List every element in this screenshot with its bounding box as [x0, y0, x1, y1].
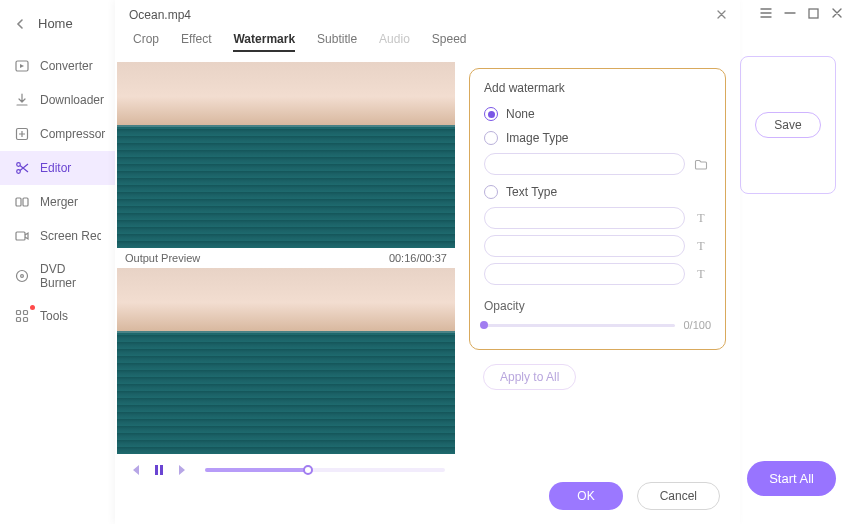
prev-icon[interactable] [127, 462, 143, 478]
sidebar-item-tools[interactable]: Tools [0, 299, 115, 333]
apps-icon [14, 308, 30, 324]
sidebar-item-dvd-burner[interactable]: DVD Burner [0, 253, 115, 299]
text-style-button-2[interactable]: T [691, 236, 711, 256]
original-preview [117, 62, 455, 248]
text-input-3[interactable] [484, 263, 685, 285]
svg-rect-5 [16, 198, 21, 206]
sidebar: Home Converter Downloader Compressor Edi… [0, 0, 115, 524]
scissors-icon [14, 160, 30, 176]
sidebar-item-screen-recorder[interactable]: Screen Recorder [0, 219, 115, 253]
folder-icon [694, 158, 708, 170]
editor-modal: Ocean.mp4 Crop Effect Watermark Subtitle… [115, 0, 740, 524]
home-label: Home [38, 16, 73, 31]
tab-crop[interactable]: Crop [133, 32, 159, 52]
save-box: Save [740, 56, 836, 194]
ok-button[interactable]: OK [549, 482, 622, 510]
tab-subtitle[interactable]: Subtitle [317, 32, 357, 52]
opacity-slider[interactable] [484, 324, 675, 327]
svg-rect-7 [16, 232, 25, 240]
sidebar-item-editor[interactable]: Editor [0, 151, 115, 185]
menu-icon[interactable] [759, 6, 773, 23]
image-path-input[interactable] [484, 153, 685, 175]
timeline-slider[interactable] [205, 468, 445, 472]
text-style-button-1[interactable]: T [691, 208, 711, 228]
radio-label: Text Type [506, 185, 557, 199]
time-display: 00:16/00:37 [389, 252, 447, 264]
svg-point-9 [21, 275, 24, 278]
svg-point-4 [17, 170, 21, 174]
radio-label: None [506, 107, 535, 121]
watermark-panel: Add watermark None Image Type [469, 68, 726, 350]
svg-rect-0 [809, 9, 818, 18]
svg-rect-15 [160, 465, 163, 475]
svg-rect-14 [155, 465, 158, 475]
compress-icon [14, 126, 30, 142]
radio-label: Image Type [506, 131, 568, 145]
watermark-panel-column: Add watermark None Image Type [455, 62, 740, 524]
cancel-button[interactable]: Cancel [637, 482, 720, 510]
transport-controls [117, 454, 455, 482]
tab-speed[interactable]: Speed [432, 32, 467, 52]
sidebar-item-downloader[interactable]: Downloader [0, 83, 115, 117]
editor-tabs: Crop Effect Watermark Subtitle Audio Spe… [115, 26, 740, 62]
radio-image-type[interactable]: Image Type [484, 131, 711, 145]
download-icon [14, 92, 30, 108]
minimize-icon[interactable] [783, 6, 797, 23]
background-window-controls [759, 6, 844, 23]
radio-none[interactable]: None [484, 107, 711, 121]
sidebar-item-label: Tools [40, 309, 68, 323]
panel-title: Add watermark [484, 81, 711, 95]
home-link[interactable]: Home [0, 6, 115, 49]
text-input-1[interactable] [484, 207, 685, 229]
modal-footer: OK Cancel [549, 482, 720, 510]
text-icon: T [697, 239, 704, 254]
opacity-value: 0/100 [683, 319, 711, 331]
sidebar-item-merger[interactable]: Merger [0, 185, 115, 219]
sidebar-item-label: Editor [40, 161, 71, 175]
radio-icon [484, 107, 498, 121]
output-preview [117, 268, 455, 454]
svg-rect-12 [17, 318, 21, 322]
chevron-left-icon [14, 18, 26, 30]
sidebar-item-converter[interactable]: Converter [0, 49, 115, 83]
output-preview-label: Output Preview [125, 252, 200, 264]
svg-rect-10 [17, 311, 21, 315]
pause-icon[interactable] [151, 462, 167, 478]
radio-text-type[interactable]: Text Type [484, 185, 711, 199]
preview-column: Output Preview 00:16/00:37 [117, 62, 455, 524]
browse-button[interactable] [691, 154, 711, 174]
recorder-icon [14, 228, 30, 244]
save-button[interactable]: Save [755, 112, 820, 138]
sidebar-item-label: Compressor [40, 127, 105, 141]
close-icon [715, 8, 728, 21]
opacity-label: Opacity [484, 299, 711, 313]
notification-dot-icon [30, 305, 35, 310]
sidebar-item-label: Downloader [40, 93, 104, 107]
maximize-icon[interactable] [807, 7, 820, 23]
text-input-2[interactable] [484, 235, 685, 257]
svg-point-3 [17, 163, 21, 167]
preview-info-bar: Output Preview 00:16/00:37 [117, 248, 455, 268]
apply-to-all-button[interactable]: Apply to All [483, 364, 576, 390]
svg-rect-13 [24, 318, 28, 322]
svg-point-8 [17, 271, 28, 282]
tab-effect[interactable]: Effect [181, 32, 211, 52]
next-icon[interactable] [175, 462, 191, 478]
svg-rect-6 [23, 198, 28, 206]
close-icon[interactable] [830, 6, 844, 23]
sidebar-item-label: DVD Burner [40, 262, 101, 290]
tab-watermark[interactable]: Watermark [233, 32, 295, 52]
disc-icon [14, 268, 30, 284]
converter-icon [14, 58, 30, 74]
sidebar-item-label: Screen Recorder [40, 229, 101, 243]
modal-title: Ocean.mp4 [115, 0, 740, 26]
text-icon: T [697, 267, 704, 282]
modal-close-button[interactable] [715, 8, 728, 24]
start-all-button[interactable]: Start All [747, 461, 836, 496]
text-style-button-3[interactable]: T [691, 264, 711, 284]
radio-icon [484, 131, 498, 145]
sidebar-item-compressor[interactable]: Compressor [0, 117, 115, 151]
sidebar-item-label: Converter [40, 59, 93, 73]
tab-audio[interactable]: Audio [379, 32, 410, 52]
radio-icon [484, 185, 498, 199]
